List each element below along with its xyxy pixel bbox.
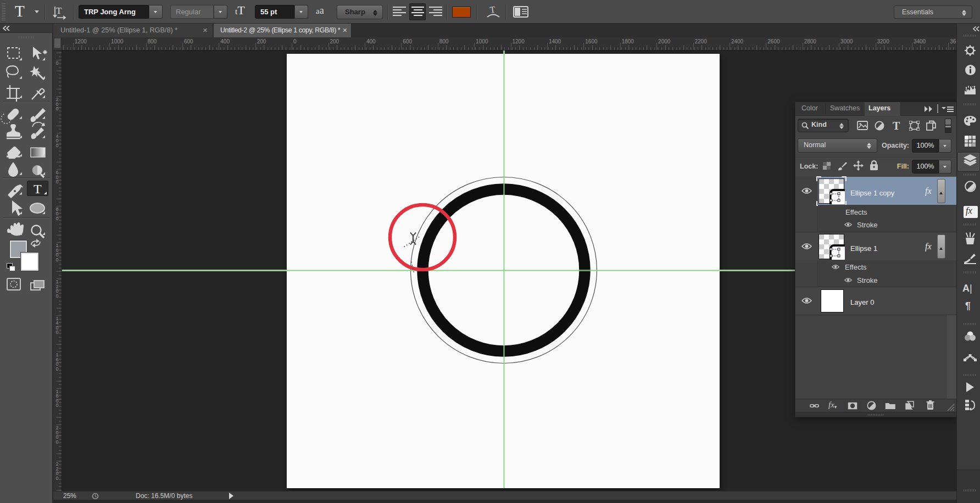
svg-text:T: T xyxy=(56,5,62,16)
svg-text:T: T xyxy=(489,5,496,14)
